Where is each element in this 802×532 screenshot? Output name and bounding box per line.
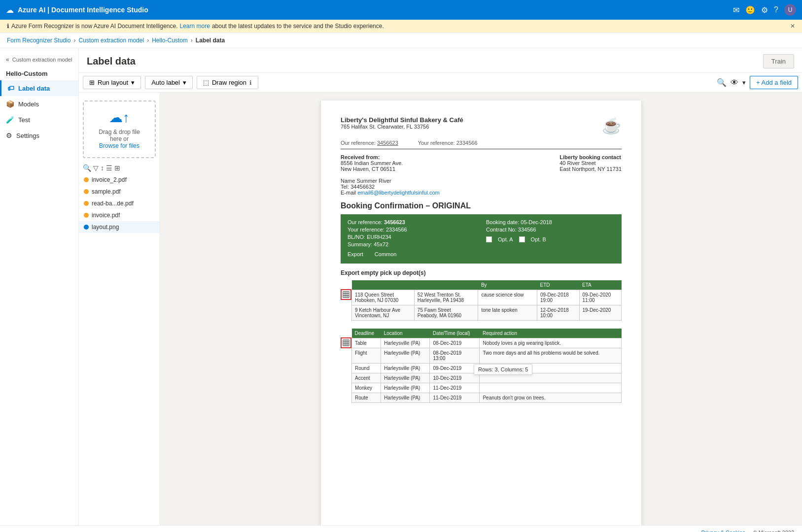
gb-our-ref-label: Our reference:: [348, 219, 383, 225]
t2-col2-header: Location: [381, 329, 430, 338]
privacy-link[interactable]: Privacy & Cookies: [701, 530, 745, 532]
table2-icon[interactable]: [341, 337, 351, 348]
draw-region-button[interactable]: ⬚ Draw region ℹ: [197, 76, 258, 89]
file-grid-icon[interactable]: ⊞: [114, 164, 120, 172]
footer: Privacy & Cookies © Microsoft 2022: [0, 525, 802, 532]
gb-our-ref-value: 3456623: [384, 219, 405, 225]
file-search-icon[interactable]: 🔍: [83, 164, 91, 172]
add-field-button[interactable]: + Add a field: [750, 76, 798, 89]
our-ref-label: Our reference: 3456623: [341, 140, 398, 146]
sidebar-label-data-text: Label data: [18, 85, 50, 92]
t2-r1c1: Table: [352, 338, 381, 348]
doc-page: Liberty's Delightful Sinful Bakery & Caf…: [321, 100, 641, 525]
gb-booking-date-label: Booking date:: [486, 219, 519, 225]
file-list-icon[interactable]: ☰: [106, 164, 112, 172]
t1-r2c4: 12-Dec-201810:00: [537, 305, 579, 321]
doc-table-1: By ETD ETA 118 Queen StreetHoboken, NJ 0…: [351, 280, 622, 321]
your-ref-label-text: Your reference:: [418, 140, 455, 146]
sidebar-item-label-data[interactable]: 🏷 Label data: [0, 80, 78, 96]
received-section: Received from: 8556 Indian Summer Ave. N…: [341, 154, 622, 196]
tel-label: Tel: 34456632: [341, 184, 440, 190]
file-item-readba[interactable]: read-ba...de.pdf: [79, 198, 160, 209]
name-label: Name Summer River: [341, 178, 440, 184]
tooltip-box: Rows: 3, Columns: 5: [474, 364, 532, 375]
message-icon[interactable]: ✉: [733, 5, 739, 15]
doc-header: Liberty's Delightful Sinful Bakery & Caf…: [341, 116, 622, 135]
azure-logo: ☁: [6, 5, 14, 15]
run-layout-dropdown-icon[interactable]: ▾: [131, 79, 135, 86]
avatar[interactable]: U: [784, 4, 796, 16]
t1-r1c3: cause science slow: [478, 290, 537, 305]
table-row: 9 Ketch Harbour AveVincentown, NJ 75 Faw…: [352, 305, 622, 321]
coffee-icon: ☕: [602, 116, 622, 135]
file-upload-zone[interactable]: ☁↑ Drag & drop file here or Browse for f…: [83, 100, 156, 158]
file-item-invoice[interactable]: invoice.pdf: [79, 209, 160, 221]
app-title: Azure AI | Document Intelligence Studio: [18, 6, 148, 14]
doc-viewer[interactable]: Liberty's Delightful Sinful Bakery & Caf…: [160, 93, 802, 525]
emoji-icon[interactable]: 🙂: [745, 5, 755, 15]
top-bar-icons: ✉ 🙂 ⚙ ? U: [733, 4, 796, 16]
auto-label-button[interactable]: Auto label ▾: [145, 76, 193, 89]
breadcrumb-custom-model[interactable]: Custom extraction model: [78, 37, 144, 44]
t2-r3c1: Round: [352, 364, 381, 373]
table1-icon[interactable]: [341, 289, 351, 300]
svg-rect-0: [343, 292, 349, 298]
view-dropdown-icon[interactable]: ▾: [742, 79, 746, 86]
file-sort-icon[interactable]: ↕: [101, 164, 104, 172]
table-row: Table Harleysville (PA) 08-Dec-2019 Nobo…: [352, 338, 622, 348]
t1-r2c3: tone late spoken: [478, 305, 537, 321]
train-button[interactable]: Train: [763, 54, 794, 68]
t2-r5c4: [480, 383, 622, 393]
sidebar-settings-text: Settings: [16, 132, 39, 139]
help-icon[interactable]: ?: [774, 5, 778, 14]
t2-r4c1: Accent: [352, 373, 381, 383]
sidebar-test-text: Test: [18, 116, 30, 124]
opt-a-label: Opt. A: [498, 236, 513, 242]
auto-label-dropdown-icon[interactable]: ▾: [183, 79, 186, 86]
collapse-icon[interactable]: «: [6, 56, 9, 63]
notification-suffix: about the latest updates to the service …: [212, 23, 384, 30]
draw-region-label: Draw region: [212, 79, 246, 86]
learn-more-link[interactable]: Learn more: [180, 23, 210, 30]
sidebar-model-name: Custom extraction model: [12, 57, 72, 63]
file-status-dot: [84, 177, 89, 182]
svg-rect-5: [343, 340, 349, 346]
checkbox-b: [519, 236, 525, 242]
file-status-dot: [84, 201, 89, 206]
gb-contract-value: 334566: [518, 227, 536, 233]
breadcrumb-form-recognizer[interactable]: Form Recognizer Studio: [7, 37, 70, 44]
our-ref-row: Our reference: 3456623: [348, 219, 476, 225]
email-link[interactable]: email6@libertydelightfulsinful.com: [357, 190, 439, 196]
sidebar-project-name: Hello-Custom: [0, 67, 78, 80]
contact-addr1: 40 River Street: [559, 160, 622, 166]
summary-row: Summary: 45x72: [348, 241, 476, 247]
notification-close[interactable]: ✕: [790, 23, 795, 30]
toolbar: ⊞ Run layout ▾ Auto label ▾ ⬚ Draw regio…: [79, 73, 802, 93]
doc-company-info: Liberty's Delightful Sinful Bakery & Caf…: [341, 116, 463, 130]
view-icon[interactable]: 👁: [731, 78, 738, 87]
sidebar-item-test[interactable]: 🧪 Test: [0, 112, 78, 128]
page-title: Label data: [87, 56, 136, 67]
sidebar-item-settings[interactable]: ⚙ Settings: [0, 128, 78, 143]
file-filter-icon[interactable]: ▽: [93, 164, 99, 172]
run-layout-button[interactable]: ⊞ Run layout ▾: [83, 76, 141, 89]
t2-r6c2: Harleysville (PA): [381, 393, 430, 403]
breadcrumb-hello-custom[interactable]: Hello-Custom: [152, 37, 188, 44]
browse-link[interactable]: Browse for files: [99, 142, 139, 149]
t2-r3c2: Harleysville (PA): [381, 364, 430, 373]
file-item-invoice2[interactable]: invoice_2.pdf: [79, 174, 160, 186]
search-icon[interactable]: 🔍: [717, 78, 727, 87]
t2-r5c1: Monkey: [352, 383, 381, 393]
your-ref-row: Your reference: 2334566: [348, 227, 476, 233]
models-icon: 📦: [6, 100, 14, 108]
your-ref-label: Your reference: 2334566: [418, 140, 478, 146]
draw-region-icon: ⬚: [203, 79, 209, 86]
breadcrumb-sep-3: ›: [191, 37, 193, 44]
settings-icon[interactable]: ⚙: [761, 5, 768, 15]
t2-r1c3: 08-Dec-2019: [430, 338, 480, 348]
file-item-layout[interactable]: layout.png: [79, 221, 160, 233]
draw-region-info-icon[interactable]: ℹ: [249, 79, 252, 86]
file-item-sample[interactable]: sample.pdf: [79, 186, 160, 198]
our-ref-value: 3456623: [377, 140, 398, 146]
sidebar-item-models[interactable]: 📦 Models: [0, 96, 78, 112]
